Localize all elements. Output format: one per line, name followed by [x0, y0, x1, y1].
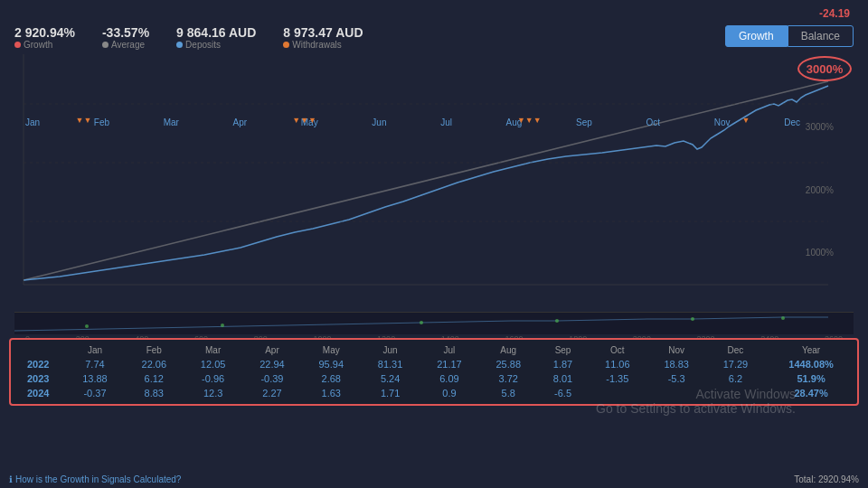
nav-bar[interactable]	[14, 312, 854, 333]
month-jan: Jan	[25, 117, 40, 127]
cell-2023-m1: 6.12	[125, 371, 184, 386]
info-icon: ℹ	[9, 474, 13, 484]
th-apr: Apr	[242, 343, 301, 357]
th-oct: Oct	[588, 343, 646, 357]
svg-point-9	[420, 321, 423, 324]
cell-2023-m3: -0.39	[242, 371, 301, 386]
cell-2023-m11: 6.2	[706, 371, 765, 386]
cell-2024-m5: 1.71	[361, 386, 420, 400]
cell-2023-m9: -1.35	[588, 371, 646, 386]
cell-2023-m2: -0.96	[184, 371, 242, 386]
month-dec: Dec	[784, 117, 800, 127]
cell-2024-m3: 2.27	[242, 386, 301, 400]
stat-deposits-value: 9 864.16 AUD	[176, 25, 256, 40]
cell-2024-m11	[706, 386, 765, 400]
cell-2022-m7: 25.88	[479, 357, 538, 371]
cell-2024-m8: -6.5	[538, 386, 588, 400]
cell-2023-m0: 13.88	[65, 371, 124, 386]
cell-2023-m5: 5.24	[361, 371, 420, 386]
bottom-bar: ℹ How is the Growth in Signals Calculate…	[9, 474, 859, 484]
growth-toggle-button[interactable]: Growth	[725, 25, 788, 47]
month-jun: Jun	[372, 117, 386, 127]
month-apr: Apr	[233, 117, 248, 127]
balance-toggle-button[interactable]: Balance	[788, 25, 854, 47]
stat-growth: 2 920.94% Growth	[14, 25, 75, 50]
cell-2024-m7: 5.8	[479, 386, 538, 400]
bottom-total: Total: 2920.94%	[794, 474, 859, 484]
dot-deposits	[176, 42, 183, 48]
svg-point-7	[85, 324, 89, 328]
stat-deposits-label: Deposits	[176, 40, 256, 50]
stat-growth-label: Growth	[14, 40, 75, 50]
svg-point-10	[555, 319, 559, 323]
th-year-total: Year	[765, 343, 857, 357]
th-nov: Nov	[646, 343, 705, 357]
month-labels-row: Jan Feb Mar Apr May Jun Jul Aug Sep Oct …	[25, 117, 800, 127]
stat-growth-value: 2 920.94%	[14, 25, 75, 40]
cell-2024-m4: 1.63	[302, 386, 361, 400]
stat-deposits: 9 864.16 AUD Deposits	[176, 25, 256, 50]
chart-svg	[14, 54, 854, 307]
th-jun: Jun	[361, 343, 420, 357]
stat-withdrawals-label: Withdrawals	[283, 40, 363, 50]
cell-2024-m9	[588, 386, 646, 400]
month-may: May	[301, 117, 318, 127]
cell-2022-m3: 22.94	[242, 357, 301, 371]
th-aug: Aug	[479, 343, 538, 357]
cell-2022-m11: 17.29	[706, 357, 765, 371]
cell-2023-m8: 8.01	[538, 371, 588, 386]
th-jul: Jul	[420, 343, 478, 357]
stat-withdrawals-value: 8 973.47 AUD	[283, 25, 363, 40]
cell-year-2024: 2024	[11, 386, 65, 400]
main-container: -24.19 2 920.94% Growth -33.57% Average …	[0, 0, 868, 488]
cell-2023-m6: 6.09	[420, 371, 478, 386]
cell-2024-m1: 8.83	[125, 386, 184, 400]
cell-2024-m2: 12.3	[184, 386, 242, 400]
cell-2023-m4: 2.68	[302, 371, 361, 386]
growth-calculation-link[interactable]: ℹ How is the Growth in Signals Calculate…	[9, 474, 181, 484]
cell-2024-m10	[646, 386, 705, 400]
month-oct: Oct	[646, 117, 660, 127]
cell-2022-m1: 22.06	[125, 357, 184, 371]
svg-point-12	[781, 316, 785, 320]
cell-2022-m9: 11.06	[588, 357, 646, 371]
data-table: Jan Feb Mar Apr May Jun Jul Aug Sep Oct …	[11, 343, 857, 400]
cell-2022-m6: 21.17	[420, 357, 478, 371]
svg-line-0	[24, 81, 828, 280]
cell-2024-m0: -0.37	[65, 386, 124, 400]
stat-average: -33.57% Average	[102, 25, 149, 50]
toggle-buttons: Growth Balance	[725, 25, 854, 47]
th-feb: Feb	[125, 343, 184, 357]
total-label: Total:	[794, 474, 816, 484]
month-nov: Nov	[714, 117, 731, 127]
cell-2024-total: 28.47%	[765, 386, 857, 400]
cell-2024-m6: 0.9	[420, 386, 478, 400]
svg-point-8	[221, 324, 224, 327]
th-mar: Mar	[184, 343, 242, 357]
th-sep: Sep	[538, 343, 588, 357]
dot-average	[102, 42, 108, 48]
dot-withdrawals	[283, 42, 289, 48]
cell-2022-m8: 1.87	[538, 357, 588, 371]
total-value: 2920.94%	[818, 474, 859, 484]
stat-average-value: -33.57%	[102, 25, 149, 40]
y-label-2000: 2000%	[806, 185, 834, 195]
table-row: 2024-0.378.8312.32.271.631.710.95.8-6.52…	[11, 386, 857, 400]
nav-bar-svg	[14, 313, 854, 334]
cell-2022-m2: 12.05	[184, 357, 242, 371]
cell-2022-total: 1448.08%	[765, 357, 857, 371]
table-row: 202313.886.12-0.96-0.392.685.246.093.728…	[11, 371, 857, 386]
table-header-row: Jan Feb Mar Apr May Jun Jul Aug Sep Oct …	[11, 343, 857, 357]
cell-2022-m10: 18.83	[646, 357, 705, 371]
th-may: May	[302, 343, 361, 357]
data-table-wrapper: Jan Feb Mar Apr May Jun Jul Aug Sep Oct …	[9, 338, 859, 406]
annotation-3000-circle: 3000%	[797, 56, 852, 81]
stat-average-label: Average	[102, 40, 149, 50]
cell-2022-m0: 7.74	[65, 357, 124, 371]
cell-year-2023: 2023	[11, 371, 65, 386]
th-jan: Jan	[65, 343, 124, 357]
y-label-3000: 3000%	[806, 122, 834, 132]
chart-area: 3000% 2000% 1000% 0%	[14, 54, 854, 307]
stats-bar: 2 920.94% Growth -33.57% Average 9 864.1…	[14, 25, 363, 50]
cell-2022-m5: 81.31	[361, 357, 420, 371]
